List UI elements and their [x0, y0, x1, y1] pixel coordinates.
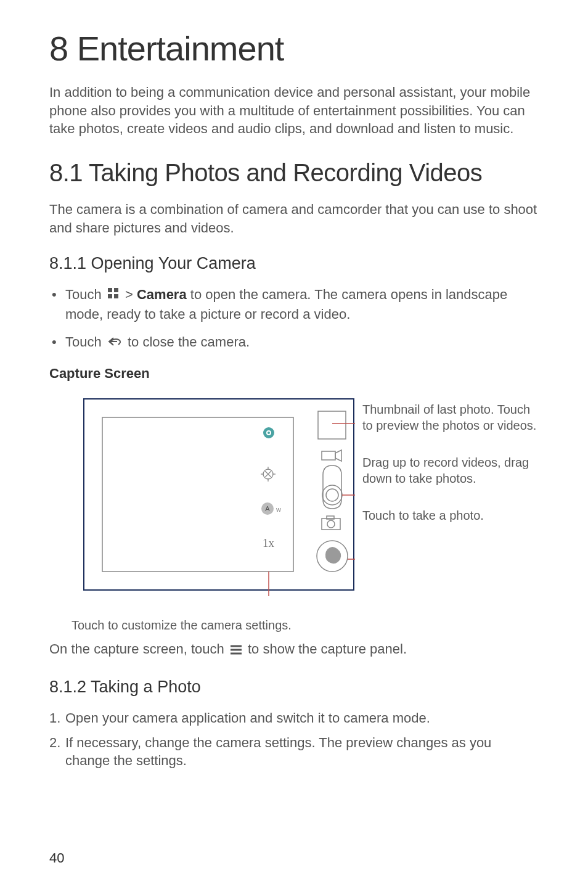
- svg-point-11: [326, 489, 338, 501]
- camera-app-name: Camera: [137, 287, 187, 302]
- apps-grid-icon: [107, 286, 120, 305]
- capture-screen-diagram: A w 1x: [78, 393, 355, 611]
- text: On the capture screen, touch: [49, 641, 224, 657]
- open-camera-bullets: Touch > Camera to open the camera. The c…: [49, 285, 539, 352]
- callout-shutter: Touch to take a photo.: [362, 507, 539, 523]
- callout-thumbnail: Thumbnail of last photo. Touch to previe…: [362, 401, 539, 433]
- svg-rect-1: [114, 288, 118, 292]
- svg-marker-9: [335, 450, 341, 461]
- svg-rect-4: [84, 399, 354, 590]
- callout-drag-slider: Drag up to record videos, drag down to t…: [362, 454, 539, 486]
- bullet-open-camera: Touch > Camera to open the camera. The c…: [49, 285, 539, 324]
- svg-rect-14: [327, 516, 334, 519]
- subsection-heading-8-1-1: 8.1.1 Opening Your Camera: [49, 254, 539, 273]
- section-intro-8-1: The camera is a combination of camera an…: [49, 200, 539, 237]
- page-number: 40: [49, 850, 64, 866]
- svg-point-15: [327, 520, 335, 528]
- section-heading-8-1: 8.1 Taking Photos and Recording Videos: [49, 159, 539, 187]
- svg-text:1x: 1x: [263, 536, 275, 549]
- take-photo-steps: Open your camera application and switch …: [49, 709, 539, 770]
- intro-paragraph: In addition to being a communication dev…: [49, 83, 539, 138]
- capture-screen-heading: Capture Screen: [49, 366, 539, 382]
- text: >: [125, 287, 133, 302]
- capture-panel-instruction: On the capture screen, touch to show the…: [49, 639, 539, 660]
- step-1: Open your camera application and switch …: [49, 709, 539, 727]
- callout-camera-settings: Touch to customize the camera settings.: [71, 618, 539, 633]
- svg-rect-3: [114, 294, 118, 298]
- svg-text:A: A: [265, 505, 270, 512]
- page-title: 8 Entertainment: [49, 28, 539, 68]
- subsection-heading-8-1-2: 8.1.2 Taking a Photo: [49, 678, 539, 697]
- svg-rect-0: [108, 288, 112, 292]
- step-2: If necessary, change the camera settings…: [49, 734, 539, 770]
- svg-rect-8: [322, 451, 335, 460]
- bullet-close-camera: Touch to close the camera.: [49, 333, 539, 353]
- svg-point-20: [267, 432, 270, 434]
- svg-text:w: w: [276, 506, 281, 513]
- svg-rect-6: [318, 411, 346, 439]
- text: Touch: [65, 287, 102, 302]
- text: Touch: [65, 334, 102, 350]
- text: to close the camera.: [128, 334, 250, 350]
- back-icon: [107, 334, 122, 353]
- svg-point-10: [322, 485, 342, 505]
- svg-rect-2: [108, 294, 112, 298]
- menu-icon: [230, 640, 242, 660]
- text: to show the capture panel.: [248, 641, 407, 657]
